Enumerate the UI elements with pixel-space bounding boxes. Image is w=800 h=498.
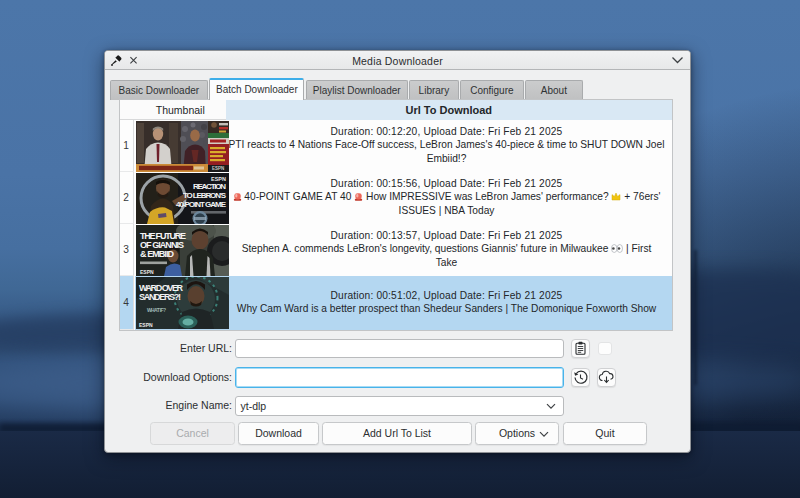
svg-text:SANDERS?!: SANDERS?!	[139, 292, 181, 302]
svg-text:TO LEBRON'S: TO LEBRON'S	[183, 191, 227, 200]
svg-text:ESPN: ESPN	[211, 175, 226, 181]
svg-text:ESPN: ESPN	[140, 269, 154, 275]
svg-text:WHAT IF?: WHAT IF?	[147, 306, 166, 312]
svg-text:REACTION: REACTION	[193, 182, 226, 191]
svg-text:40-POINT GAME: 40-POINT GAME	[176, 200, 227, 209]
svg-text:ESPN: ESPN	[139, 322, 153, 328]
svg-text:& EMBIID: & EMBIID	[140, 249, 175, 259]
